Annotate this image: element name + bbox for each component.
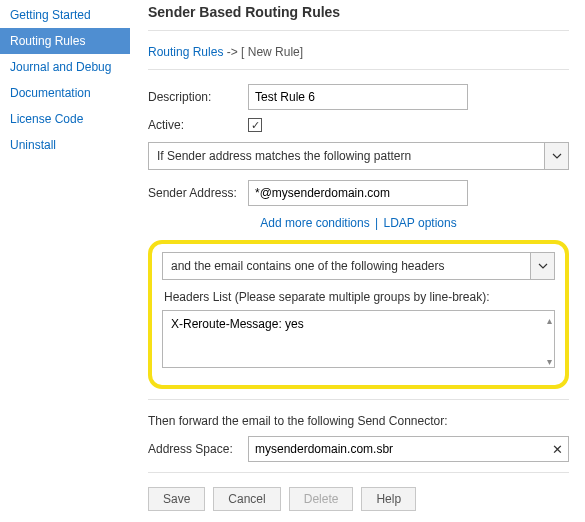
breadcrumb-link[interactable]: Routing Rules bbox=[148, 45, 223, 59]
breadcrumb-current: [ New Rule] bbox=[241, 45, 303, 59]
headers-list-label: Headers List (Please separate multiple g… bbox=[164, 290, 555, 304]
textarea-scrollbar: ▴ ▾ bbox=[541, 310, 557, 371]
delete-button[interactable]: Delete bbox=[289, 487, 354, 511]
condition1-select[interactable]: If Sender address matches the following … bbox=[148, 142, 569, 170]
description-input[interactable] bbox=[248, 84, 468, 110]
divider bbox=[148, 472, 569, 473]
divider bbox=[148, 399, 569, 400]
sidebar: Getting Started Routing Rules Journal an… bbox=[0, 0, 130, 522]
description-label: Description: bbox=[148, 90, 248, 104]
chevron-down-icon[interactable] bbox=[531, 252, 555, 280]
condition1-value: If Sender address matches the following … bbox=[148, 142, 545, 170]
breadcrumb-separator: -> bbox=[227, 45, 238, 59]
condition2-value: and the email contains one of the follow… bbox=[162, 252, 531, 280]
action-buttons: Save Cancel Delete Help bbox=[148, 487, 569, 511]
chevron-down-icon[interactable] bbox=[545, 142, 569, 170]
highlighted-section: and the email contains one of the follow… bbox=[148, 240, 569, 389]
scroll-down-icon[interactable]: ▾ bbox=[541, 353, 557, 369]
sidebar-item-license-code[interactable]: License Code bbox=[0, 106, 130, 132]
add-more-conditions-link[interactable]: Add more conditions bbox=[260, 216, 369, 230]
address-space-label: Address Space: bbox=[148, 442, 248, 456]
ldap-options-link[interactable]: LDAP options bbox=[384, 216, 457, 230]
breadcrumb: Routing Rules -> [ New Rule] bbox=[148, 45, 569, 59]
divider bbox=[148, 30, 569, 31]
sender-address-input[interactable] bbox=[248, 180, 468, 206]
then-forward-label: Then forward the email to the following … bbox=[148, 414, 569, 428]
sender-address-label: Sender Address: bbox=[148, 186, 248, 200]
save-button[interactable]: Save bbox=[148, 487, 205, 511]
sidebar-item-documentation[interactable]: Documentation bbox=[0, 80, 130, 106]
sidebar-item-getting-started[interactable]: Getting Started bbox=[0, 2, 130, 28]
help-button[interactable]: Help bbox=[361, 487, 416, 511]
sidebar-item-journal-debug[interactable]: Journal and Debug bbox=[0, 54, 130, 80]
link-separator: | bbox=[375, 216, 378, 230]
divider bbox=[148, 69, 569, 70]
condition-links: Add more conditions | LDAP options bbox=[148, 216, 569, 230]
sidebar-item-routing-rules[interactable]: Routing Rules bbox=[0, 28, 130, 54]
active-checkbox[interactable]: ✓ bbox=[248, 118, 262, 132]
scroll-up-icon[interactable]: ▴ bbox=[541, 312, 557, 328]
cancel-button[interactable]: Cancel bbox=[213, 487, 280, 511]
active-label: Active: bbox=[148, 118, 248, 132]
condition2-select[interactable]: and the email contains one of the follow… bbox=[162, 252, 555, 280]
address-space-input[interactable] bbox=[248, 436, 569, 462]
clear-input-icon[interactable]: ✕ bbox=[552, 442, 563, 457]
headers-list-textarea[interactable]: X-Reroute-Message: yes bbox=[162, 310, 555, 368]
main-panel: Sender Based Routing Rules Routing Rules… bbox=[130, 0, 585, 522]
sidebar-item-uninstall[interactable]: Uninstall bbox=[0, 132, 130, 158]
page-title: Sender Based Routing Rules bbox=[148, 4, 569, 20]
